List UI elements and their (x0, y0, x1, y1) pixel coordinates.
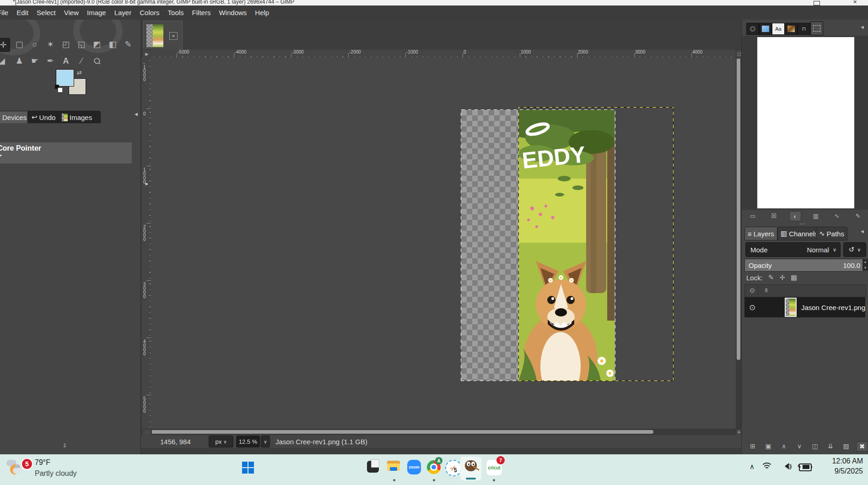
menu-view[interactable]: View (60, 5, 83, 20)
text-tool-icon[interactable]: A (59, 54, 72, 67)
foreground-color-swatch[interactable] (56, 69, 74, 87)
merge-layer-icon[interactable]: ⇊ (825, 441, 836, 451)
color-picker-tool-icon[interactable]: ∕ (75, 54, 88, 67)
window-titlebar[interactable]: *[Jason Cree-rev1] (imported)-9.0 (RGB c… (0, 0, 868, 5)
start-button[interactable] (242, 462, 254, 474)
opacity-slider[interactable]: Opacity 100.0 (744, 259, 863, 272)
tab-layers[interactable]: ≡ Layers (744, 227, 777, 240)
mode-reset-button[interactable]: ↺ ∨ (843, 242, 866, 257)
menu-filters[interactable]: Filters (188, 5, 215, 20)
tab-images[interactable]: Images (58, 111, 101, 123)
zoom-app-icon[interactable]: zoom (407, 460, 421, 474)
chrome-icon[interactable]: A (427, 460, 441, 474)
delete-layer-icon[interactable]: ✖ (856, 441, 868, 452)
new-group-icon[interactable]: ▣ (763, 441, 774, 451)
horizontal-scrollbar-thumb[interactable] (151, 430, 653, 434)
vertical-scrollbar[interactable] (736, 58, 741, 429)
weather-widget[interactable]: 5 79°F Partly cloudy (5, 457, 114, 482)
handle-transform-tool-icon[interactable]: ◩ (91, 38, 103, 51)
fuzzy-select-tool-icon[interactable]: ✶ (44, 38, 57, 51)
vertical-scrollbar-thumb[interactable] (737, 58, 740, 360)
tab-channels[interactable]: ▥ Channels (777, 227, 821, 240)
shear-tool-icon[interactable]: ◱ (75, 38, 88, 51)
raise-layer-icon[interactable]: ∧ (778, 441, 789, 451)
menu-file[interactable]: File (0, 5, 12, 20)
menu-select[interactable]: Select (32, 5, 60, 20)
zoom-dropdown[interactable]: ∨ (261, 436, 270, 447)
restore-window-icon[interactable] (814, 1, 820, 5)
menu-help[interactable]: Help (251, 5, 273, 20)
image-tab[interactable]: ✕ (143, 21, 183, 51)
horizontal-ruler[interactable]: -5000 -4000 -3000 -2000 -1000 0 1000 200… (151, 49, 736, 58)
dock-menu-icon[interactable]: ◄ (860, 24, 865, 30)
selection-editor-tab[interactable] (810, 22, 823, 35)
zoom-level-field[interactable]: 12.5 % (236, 436, 260, 447)
ink-tool-icon[interactable]: ✒ (44, 54, 57, 67)
select-none-icon[interactable]: ☒ (768, 211, 779, 220)
swap-colors-icon[interactable]: ⇄ (77, 69, 82, 76)
selection-preview[interactable] (757, 37, 854, 208)
link-column-icon[interactable]: ∞ (762, 285, 771, 296)
invert-selection-icon[interactable]: ◐ (789, 211, 801, 221)
gimp-app-icon[interactable] (460, 457, 481, 480)
new-layer-icon[interactable]: ⊞ (747, 441, 758, 451)
lock-paint-icon[interactable]: ✎ (768, 273, 774, 282)
layer-mask-icon[interactable]: ▨ (841, 441, 852, 451)
zoom-image-icon[interactable]: ▢ (736, 49, 741, 59)
close-image-icon[interactable]: ✕ (169, 32, 178, 40)
visibility-column-icon[interactable]: ⊙ (747, 286, 758, 295)
crop-tool-icon[interactable]: ◰ (59, 38, 72, 51)
selection-to-channel-icon[interactable]: ▥ (810, 211, 821, 220)
dock-resize-handle[interactable]: ⋯ (799, 220, 805, 227)
ruler-corner-menu-icon[interactable]: ▶ (142, 49, 152, 59)
document-history-tab[interactable]: ⊓ (798, 23, 810, 35)
lower-layer-icon[interactable]: ∨ (794, 441, 805, 451)
clock-widget[interactable]: 12:06 AM 9/5/2025 (817, 457, 863, 475)
dock-menu-icon[interactable]: ◄ (860, 229, 865, 234)
opacity-spin-down-icon[interactable]: ▾ (863, 265, 868, 271)
vertical-ruler[interactable]: -1000 0 1000 2000 3000 4000 5000 ➤ (142, 58, 151, 429)
layer-thumbnail[interactable] (785, 298, 797, 317)
smudge-tool-icon[interactable]: ☛ (28, 54, 41, 67)
photos-app-icon[interactable] (367, 461, 379, 473)
rectangle-select-tool-icon[interactable]: ▢ (13, 38, 26, 51)
lock-position-icon[interactable]: ✛ (779, 273, 785, 282)
selection-to-path-icon[interactable]: ∿ (831, 211, 842, 220)
move-tool-icon[interactable]: ✛ (0, 38, 10, 52)
menu-edit[interactable]: Edit (12, 5, 32, 20)
mode-dropdown[interactable]: Mode Normal ∨ (745, 242, 841, 257)
layer-visibility-icon[interactable]: ⊙ (749, 303, 755, 312)
dock-menu-icon[interactable]: ◄ (134, 111, 139, 117)
tab-paths[interactable]: ∿ Paths (816, 227, 847, 240)
battery-icon[interactable]: ϟ (799, 463, 812, 471)
paintbrush-tool-icon[interactable]: ✎ (122, 38, 135, 51)
menu-windows[interactable]: Windows (215, 5, 251, 20)
eraser-tool-icon[interactable]: ◢ (0, 54, 8, 67)
gradients-tab[interactable] (785, 23, 798, 35)
unit-dropdown[interactable]: px ∨ (209, 436, 233, 447)
horizontal-scrollbar[interactable] (151, 429, 736, 435)
file-explorer-icon[interactable] (387, 461, 400, 472)
stroke-selection-icon[interactable]: ✎ (852, 211, 863, 220)
menu-tools[interactable]: Tools (164, 5, 188, 20)
zoom-tool-icon[interactable]: Ϙ (88, 52, 106, 70)
menu-image[interactable]: Image (83, 5, 110, 20)
tray-chevron-icon[interactable]: ∧ (749, 463, 755, 471)
opacity-spin-up-icon[interactable]: ▴ (863, 259, 868, 265)
volume-icon[interactable]: )) (782, 463, 791, 469)
default-colors-icon[interactable] (58, 87, 63, 93)
free-select-tool-icon[interactable]: ○ (28, 38, 41, 51)
duplicate-layer-icon[interactable]: ◫ (809, 441, 820, 451)
select-all-icon[interactable]: ▭ (747, 211, 758, 220)
close-window-icon[interactable]: ✕ (853, 0, 857, 5)
clone-tool-icon[interactable]: ♟ (13, 54, 26, 67)
fonts-tab[interactable]: Aa (772, 23, 785, 35)
patterns-tab[interactable] (759, 23, 772, 35)
scissors-app-icon[interactable]: ✂ 5 (445, 460, 462, 476)
menu-colors[interactable]: Colors (135, 5, 163, 20)
layer-row[interactable]: ⊙ Jason Cree-rev1.png (744, 297, 865, 317)
lock-alpha-icon[interactable]: ▦ (791, 273, 797, 282)
layer-name[interactable]: Jason Cree-rev1.png (801, 304, 865, 311)
menu-layer[interactable]: Layer (110, 5, 136, 20)
canvas-viewport[interactable]: EDDY (151, 58, 736, 429)
